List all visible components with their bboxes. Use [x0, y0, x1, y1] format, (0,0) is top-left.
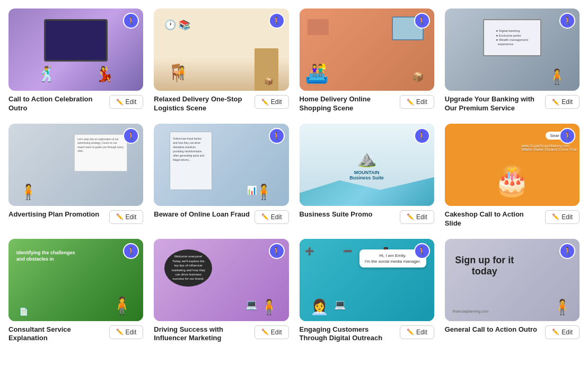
- card-9-title: Consultant Service Explanation: [8, 325, 106, 343]
- cta-figure: 🧍: [553, 298, 572, 316]
- card-4-edit-button[interactable]: ✏️ Edit: [545, 95, 580, 109]
- avatar-badge-7: 🚶: [414, 128, 430, 144]
- card-8-thumbnail[interactable]: Search 🔍 www.SugarScapeBakery.comWhere S…: [445, 124, 580, 206]
- laptop-icon: 💻: [245, 299, 257, 310]
- card-11-title: Engaging Customers Through Digital Outre…: [300, 325, 397, 343]
- suited-figure: 🧍: [254, 183, 273, 201]
- box-icon: 📦: [264, 77, 273, 85]
- edit-icon-7: ✏️: [407, 213, 414, 220]
- card-9-edit-button[interactable]: ✏️ Edit: [109, 325, 144, 339]
- avatar-badge-6: 🚶: [269, 128, 285, 144]
- slide-text: Identifying the challenges and obstacles…: [16, 249, 80, 263]
- card-6: Online loan fraud tacticsand how they ca…: [154, 124, 288, 228]
- business-figure: 🧍: [19, 183, 38, 201]
- card-5-edit-label: Edit: [126, 213, 137, 221]
- box-icon: 📦: [412, 71, 424, 83]
- card-3-edit-button[interactable]: ✏️ Edit: [400, 95, 434, 109]
- notepad: Online loan fraud tacticsand how they ca…: [170, 132, 212, 190]
- card-10-edit-label: Edit: [271, 329, 282, 336]
- edit-icon-2: ✏️: [261, 99, 269, 106]
- person-figure: 🧍: [174, 65, 190, 80]
- card-10-edit-button[interactable]: ✏️ Edit: [254, 325, 289, 339]
- card-10-title: Driving Success with Influencer Marketin…: [154, 325, 251, 343]
- card-9-thumbnail[interactable]: Identifying the challenges and obstacles…: [8, 239, 143, 321]
- avatar-badge-11: 🚶: [414, 243, 430, 259]
- card-4-thumbnail[interactable]: ● Digital banking● Exclusive perks● Weal…: [445, 8, 580, 91]
- card-12-edit-button[interactable]: ✏️ Edit: [545, 325, 580, 339]
- card-7-edit-label: Edit: [416, 213, 427, 221]
- card-7-thumbnail[interactable]: ⛰️ MOUNTAINBusiness Suite 🚶: [300, 124, 434, 206]
- edit-icon-5: ✏️: [116, 213, 124, 220]
- card-12-title: General Call to Action Outro: [445, 325, 542, 334]
- couple-icon: 👫: [310, 64, 324, 77]
- card-3-thumbnail[interactable]: 🛋️ 👫 📦 🚶: [300, 8, 434, 91]
- card-8-title: Cakeshop Call to Action Slide: [445, 210, 542, 228]
- card-5-edit-button[interactable]: ✏️ Edit: [109, 210, 144, 224]
- card-5: Let's step into an exploration of our ad…: [8, 124, 143, 228]
- card-2: 🕐 📚 🪑 🧍 📦 🚶 Relaxed Delivery One-Stop Lo…: [154, 8, 288, 113]
- card-3-title: Home Delivery Online Shopping Scene: [300, 95, 397, 113]
- figure-right: 💃: [95, 65, 114, 83]
- wall-decor: [308, 19, 329, 35]
- card-8-edit-button[interactable]: ✏️ Edit: [545, 210, 580, 224]
- card-2-edit-button[interactable]: ✏️ Edit: [254, 95, 289, 109]
- card-4-edit-label: Edit: [561, 98, 573, 106]
- card-11-thumbnail[interactable]: ➕➖ 📱💻 Hi, I am Emily.I'm the social medi…: [300, 239, 434, 321]
- speech-bubble: Welcome everyone! Today we'll explore th…: [164, 249, 212, 287]
- presenter-figure: 🧍: [548, 68, 566, 85]
- document-icon: 📄: [19, 307, 28, 316]
- emily-figure: 👩‍💼: [310, 298, 329, 316]
- business-logo: ⛰️ MOUNTAINBusiness Suite: [349, 149, 384, 180]
- website-url: financialplanning.com: [453, 309, 488, 313]
- edit-icon-6: ✏️: [261, 213, 269, 220]
- card-8: Search 🔍 www.SugarScapeBakery.comWhere S…: [445, 124, 580, 228]
- consultant-figure: 🧍: [111, 296, 133, 316]
- card-2-thumbnail[interactable]: 🕐 📚 🪑 🧍 📦 🚶: [154, 8, 288, 91]
- card-1-title: Call to Action Celebration Outro: [8, 95, 106, 113]
- card-3: 🛋️ 👫 📦 🚶 Home Delivery Online Shopping S…: [300, 8, 434, 113]
- shelf-icon: 🕐 📚: [164, 19, 190, 31]
- avatar-badge-4: 🚶: [559, 13, 575, 29]
- card-12-edit-label: Edit: [561, 329, 573, 336]
- gingerman-icon: 🎂: [494, 163, 530, 198]
- figure-left: 🕺: [38, 65, 56, 83]
- card-9: Identifying the challenges and obstacles…: [8, 239, 143, 343]
- card-1: 🕺 💃 🚶 Call to Action Celebration Outro ✏…: [8, 8, 143, 113]
- card-4-title: Upgrade Your Banking with Our Premium Se…: [445, 95, 542, 113]
- laptop-icon2: 💻: [334, 299, 346, 310]
- graph-icon: 📊: [247, 185, 257, 195]
- card-6-edit-button[interactable]: ✏️ Edit: [254, 210, 289, 224]
- avatar-badge-10: 🚶: [269, 243, 285, 259]
- card-7-edit-button[interactable]: ✏️ Edit: [400, 210, 434, 224]
- cta-text: Sign up for it today: [453, 255, 516, 278]
- card-6-edit-label: Edit: [271, 213, 282, 221]
- edit-icon-10: ✏️: [261, 329, 269, 335]
- card-7: ⛰️ MOUNTAINBusiness Suite 🚶 Business Sui…: [300, 124, 434, 228]
- card-6-title: Beware of Online Loan Fraud: [154, 210, 251, 219]
- edit-icon-12: ✏️: [552, 329, 559, 335]
- card-2-title: Relaxed Delivery One-Stop Logistics Scen…: [154, 95, 251, 113]
- card-grid: 🕺 💃 🚶 Call to Action Celebration Outro ✏…: [8, 8, 580, 343]
- edit-icon-9: ✏️: [116, 329, 124, 335]
- card-4: ● Digital banking● Exclusive perks● Weal…: [445, 8, 580, 113]
- card-8-edit-label: Edit: [561, 213, 573, 221]
- card-10-thumbnail[interactable]: Welcome everyone! Today we'll explore th…: [154, 239, 288, 321]
- card-10: Welcome everyone! Today we'll explore th…: [154, 239, 288, 343]
- card-1-edit-label: Edit: [126, 98, 137, 106]
- edit-icon-3: ✏️: [407, 99, 414, 106]
- url-text: www.SugarScapeBakery.comWhere Sweet Drea…: [521, 144, 577, 151]
- card-12-thumbnail[interactable]: Sign up for it today financialplanning.c…: [445, 239, 580, 321]
- avatar-badge-9: 🚶: [123, 243, 139, 259]
- card-1-edit-button[interactable]: ✏️ Edit: [109, 95, 144, 109]
- edit-icon-11: ✏️: [407, 329, 414, 335]
- card-11-edit-button[interactable]: ✏️ Edit: [400, 325, 434, 339]
- card-5-thumbnail[interactable]: Let's step into an exploration of our ad…: [8, 124, 143, 206]
- avatar-badge-2: 🚶: [269, 13, 285, 29]
- card-9-edit-label: Edit: [126, 329, 137, 336]
- card-6-thumbnail[interactable]: Online loan fraud tacticsand how they ca…: [154, 124, 288, 206]
- edit-icon-4: ✏️: [552, 99, 559, 106]
- card-11-edit-label: Edit: [416, 329, 427, 336]
- avatar-badge-3: 🚶: [414, 13, 430, 29]
- card-1-thumbnail[interactable]: 🕺 💃 🚶: [8, 8, 143, 91]
- avatar-badge-8: 🚶: [559, 128, 575, 144]
